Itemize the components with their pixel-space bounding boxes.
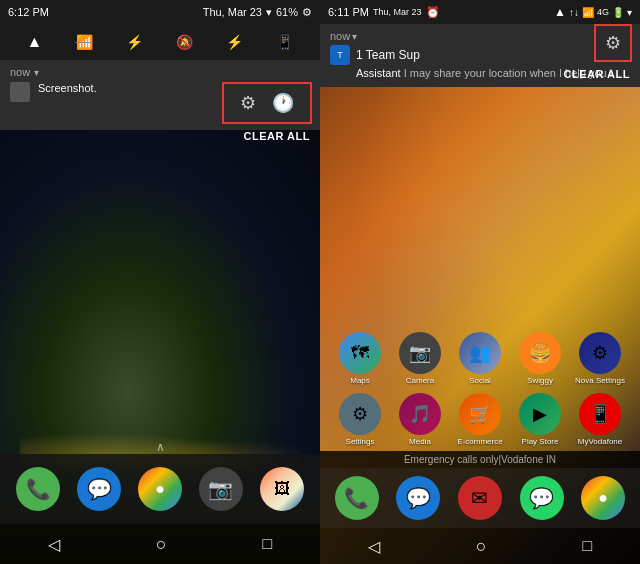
settings-icon-left: ⚙ [302,6,312,19]
right-dock-phone[interactable]: 📞 [335,476,379,520]
app-media[interactable]: 🎵 Media [394,393,446,446]
right-back-button[interactable]: ◁ [368,537,380,556]
app-vodafone[interactable]: 📱 MyVodafone [574,393,626,446]
app-social[interactable]: 👥 Social [454,332,506,385]
sim-icon[interactable]: 📶 [76,34,93,50]
right-dock-whatsapp[interactable]: 💬 [520,476,564,520]
settings-app-label: Settings [346,437,375,446]
wifi-qs-icon[interactable]: ▲ [27,33,43,51]
right-dock-messages[interactable]: 💬 [396,476,440,520]
assistant-label: Assistant [356,67,401,79]
dock-phone-icon[interactable]: 📞 [16,467,60,511]
left-back-button[interactable]: ◁ [48,535,60,554]
right-dock-chrome[interactable]: ● [581,476,625,520]
media-label: Media [409,437,431,446]
right-dock-area: Emergency calls only|Vodafone IN 📞 💬 ✉ 💬… [320,451,640,564]
quick-settings-left: ▲ 📶 ⚡ 🔕 ⚡ 📱 [0,24,320,60]
right-time: 6:11 PM [328,6,369,18]
clear-all-button-left[interactable]: CLEAR ALL [244,130,310,142]
right-day: Thu, Mar 23 [373,7,422,17]
left-now-label: now [10,66,30,78]
swipe-up-indicator: ∧ [156,440,165,454]
right-battery-icon: 🔋 [612,7,624,18]
right-app-grid: 🗺 Maps 📷 Camera 👥 Social 🍔 Swiggy ⚙ [320,332,640,454]
right-home-button[interactable]: ○ [476,536,487,557]
left-panel: 6:12 PM Thu, Mar 23 ▾ 61% ⚙ ▲ 📶 ⚡ 🔕 ⚡ 📱 … [0,0,320,564]
social-icon: 👥 [459,332,501,374]
playstore-icon: ▶ [519,393,561,435]
left-notif-icon [10,82,30,102]
team-icon: T [330,45,350,65]
settings-clock-highlight-box: ⚙ 🕐 [222,82,312,124]
clear-all-button-right[interactable]: CLEAR ALL [564,68,630,80]
ecommerce-icon: 🛒 [459,393,501,435]
dock-messages-icon[interactable]: 💬 [77,467,121,511]
left-app-dock: 📞 💬 ● 📷 🖼 [0,454,320,524]
right-status-bar: 6:11 PM Thu, Mar 23 ⏰ ▲ ↑↓ 📶 4G 🔋 ▾ [320,0,640,24]
clock-icon-left[interactable]: 🕐 [272,92,294,114]
right-app-dock: 📞 💬 ✉ 💬 ● [320,468,640,528]
app-ecommerce[interactable]: 🛒 E-commerce [454,393,506,446]
dock-chrome-icon[interactable]: ● [138,467,182,511]
nova-icon: ⚙ [579,332,621,374]
media-icon: 🎵 [399,393,441,435]
left-recent-button[interactable]: □ [262,535,272,553]
right-status-left: 6:11 PM Thu, Mar 23 ⏰ [328,6,440,19]
right-panel: 6:11 PM Thu, Mar 23 ⏰ ▲ ↑↓ 📶 4G 🔋 ▾ now … [320,0,640,564]
left-expand-icon: ▾ [34,67,39,78]
maps-label: Maps [350,376,370,385]
right-expand-icon[interactable]: ▾ [627,7,632,18]
nova-label: Nova Settings [575,376,625,385]
vodafone-icon: 📱 [579,393,621,435]
app-grid-row-1: 🗺 Maps 📷 Camera 👥 Social 🍔 Swiggy ⚙ [330,332,630,385]
left-notif-header: now ▾ [10,66,310,78]
right-recent-button[interactable]: □ [582,537,592,555]
app-maps[interactable]: 🗺 Maps [334,332,386,385]
settings-gear-icon-left[interactable]: ⚙ [240,92,256,114]
settings-gear-icon-right[interactable]: ⚙ [605,32,621,54]
app-settings[interactable]: ⚙ Settings [334,393,386,446]
wifi-icon: ▾ [266,6,272,19]
vodafone-label: MyVodafone [578,437,622,446]
screen-icon[interactable]: 📱 [276,34,293,50]
right-4g-icon: 4G [597,7,609,17]
app-camera[interactable]: 📷 Camera [394,332,446,385]
alarm-icon: ⏰ [426,6,440,19]
left-navbar: ◁ ○ □ [0,524,320,564]
right-wifi-icon: ▲ [554,5,566,19]
left-home-button[interactable]: ○ [156,534,167,555]
right-signal-icon: 📶 [582,7,594,18]
ecommerce-label: E-commerce [457,437,502,446]
bluetooth-icon[interactable]: ⚡ [126,34,143,50]
dock-gallery-icon[interactable]: 🖼 [260,467,304,511]
right-data-icon: ↑↓ [569,7,579,18]
app-swiggy[interactable]: 🍔 Swiggy [514,332,566,385]
left-day: Thu, Mar 23 [203,6,262,18]
flashlight-icon[interactable]: ⚡ [226,34,243,50]
right-now-label: now [330,30,350,42]
left-status-icons: Thu, Mar 23 ▾ 61% ⚙ [203,6,312,19]
left-time: 6:12 PM [8,6,49,18]
app-playstore[interactable]: ▶ Play Store [514,393,566,446]
app-nova[interactable]: ⚙ Nova Settings [574,332,626,385]
right-notif-now-row: now ▾ [330,30,630,42]
app-grid-row-2: ⚙ Settings 🎵 Media 🛒 E-commerce ▶ Play S… [330,393,630,446]
dock-camera-icon[interactable]: 📷 [199,467,243,511]
right-navbar: ◁ ○ □ [320,528,640,564]
swiggy-icon: 🍔 [519,332,561,374]
settings-gear-highlight-right: ⚙ [594,24,632,62]
playstore-label: Play Store [522,437,559,446]
settings-app-icon: ⚙ [339,393,381,435]
left-dock: 📞 💬 ● 📷 🖼 ◁ ○ □ [0,454,320,564]
camera-label: Camera [406,376,434,385]
team-sup-text: 1 Team Sup [356,48,420,62]
swiggy-label: Swiggy [527,376,553,385]
right-notif-expand: ▾ [352,31,357,42]
social-label: Social [469,376,491,385]
left-status-bar: 6:12 PM Thu, Mar 23 ▾ 61% ⚙ [0,0,320,24]
dnd-icon[interactable]: 🔕 [176,34,193,50]
battery-icon: 61% [276,6,298,18]
team-sup-row: T 1 Team Sup [330,45,630,65]
right-dock-gmail[interactable]: ✉ [458,476,502,520]
emergency-text: Emergency calls only|Vodafone IN [320,451,640,468]
